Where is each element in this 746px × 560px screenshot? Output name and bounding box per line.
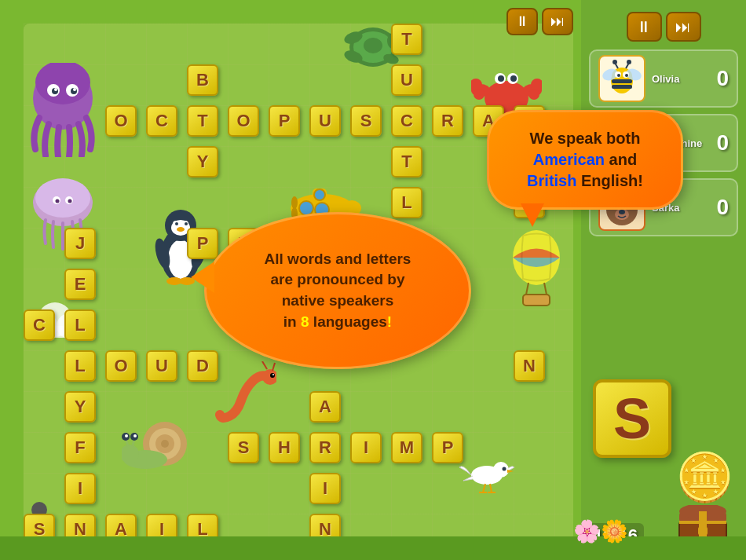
svg-line-77 <box>272 363 275 371</box>
svg-point-45 <box>291 196 298 209</box>
svg-point-83 <box>503 467 506 471</box>
forward-button-2[interactable]: ⏭ <box>666 12 701 42</box>
svg-rect-96 <box>612 79 632 83</box>
svg-point-58 <box>185 222 188 225</box>
svg-point-80 <box>272 374 274 375</box>
svg-point-59 <box>177 227 185 232</box>
svg-line-84 <box>483 484 485 492</box>
svg-point-79 <box>270 373 275 378</box>
letter-tile: P <box>432 432 463 463</box>
letter-tile: T <box>391 24 422 55</box>
current-letter-tile: S <box>593 379 671 458</box>
letter-tile: E <box>64 269 96 300</box>
letter-tile: R <box>432 105 463 137</box>
letter-tile: O <box>105 105 137 137</box>
player-score-sarka: 0 <box>716 195 729 220</box>
svg-point-106 <box>613 60 617 64</box>
svg-point-34 <box>510 75 517 82</box>
letter-tile: I <box>309 473 341 504</box>
bubble-english-text: We speak both American and British Engli… <box>509 128 661 192</box>
svg-point-9 <box>35 178 90 218</box>
svg-rect-97 <box>612 85 632 89</box>
letter-tile: P <box>269 105 300 137</box>
forward-button[interactable]: ⏭ <box>542 8 573 35</box>
snail-animal <box>122 416 192 474</box>
letter-tile: L <box>64 350 96 382</box>
svg-point-13 <box>68 199 72 203</box>
letter-tile: F <box>64 432 96 463</box>
svg-rect-137 <box>698 527 708 535</box>
player-score-josephine: 0 <box>716 130 729 156</box>
svg-point-74 <box>125 434 128 437</box>
svg-point-25 <box>474 89 485 100</box>
letter-tile: R <box>309 432 341 463</box>
svg-line-78 <box>262 361 267 369</box>
letter-tile: Y <box>64 391 96 423</box>
letter-tile: C <box>391 105 422 137</box>
letter-tile: U <box>146 350 177 382</box>
bubble-english: We speak both American and British Engli… <box>487 110 683 210</box>
svg-point-67 <box>161 440 169 448</box>
svg-point-33 <box>498 75 504 82</box>
svg-point-130 <box>619 210 625 214</box>
letter-tile: U <box>309 105 341 137</box>
svg-rect-50 <box>523 295 550 306</box>
svg-point-28 <box>528 89 539 100</box>
svg-point-57 <box>175 222 178 225</box>
svg-line-85 <box>490 484 492 492</box>
letter-tile: T <box>391 146 422 178</box>
letter-tile: T <box>187 105 218 137</box>
letter-tile: L <box>64 309 96 341</box>
letter-tile: J <box>64 228 96 259</box>
pause-button[interactable]: ⏸ <box>506 8 538 35</box>
shrimp-animal <box>214 361 276 427</box>
letter-tile: N <box>514 350 545 382</box>
svg-point-12 <box>56 199 60 203</box>
flowers-decoration: 🌸🌼 <box>573 518 628 544</box>
svg-point-102 <box>617 74 620 77</box>
svg-line-49 <box>544 283 547 295</box>
letter-tile: P <box>187 228 218 259</box>
letter-tile: Y <box>187 146 218 178</box>
svg-point-6 <box>54 88 57 91</box>
letter-tile: C <box>24 309 55 341</box>
bubble-languages-text: All words and letters are pronounced by … <box>265 249 411 332</box>
svg-point-107 <box>627 60 631 64</box>
svg-line-48 <box>526 283 528 295</box>
letter-tile: B <box>187 64 218 96</box>
letter-tile: L <box>391 187 422 218</box>
svg-point-75 <box>133 434 137 437</box>
octopus-animal <box>16 63 110 160</box>
avatar-olivia <box>598 55 645 102</box>
letter-tile: O <box>228 105 259 137</box>
player-card-olivia: Olivia 0 <box>589 49 738 108</box>
letter-tile: S <box>228 432 259 463</box>
letter-tile: I <box>64 473 96 504</box>
letter-tile: M <box>391 432 422 463</box>
svg-point-7 <box>73 88 76 91</box>
svg-point-41 <box>314 189 325 200</box>
letter-tile: D <box>187 350 218 382</box>
pause-button-2[interactable]: ⏸ <box>627 12 662 42</box>
svg-point-16 <box>364 38 382 53</box>
grass-decoration <box>0 536 746 560</box>
player-name-olivia: Olivia <box>652 73 679 85</box>
seagull-animal <box>455 448 518 498</box>
letter-tile: S <box>350 105 382 137</box>
letter-tile: A <box>309 391 341 423</box>
letter-tile: O <box>105 350 137 382</box>
top-controls: ⏸ ⏭ <box>506 8 573 35</box>
bubble-languages: All words and letters are pronounced by … <box>204 212 471 369</box>
letter-tile: U <box>391 64 422 96</box>
balloon-animal <box>509 228 564 309</box>
letter-tile: H <box>269 432 300 463</box>
player-score-olivia: 0 <box>716 66 729 91</box>
svg-point-82 <box>493 462 509 478</box>
letter-tile: I <box>350 432 382 463</box>
letter-tile: C <box>146 105 177 137</box>
treasure-chest: 🪙 <box>675 449 734 548</box>
svg-point-103 <box>625 74 628 77</box>
